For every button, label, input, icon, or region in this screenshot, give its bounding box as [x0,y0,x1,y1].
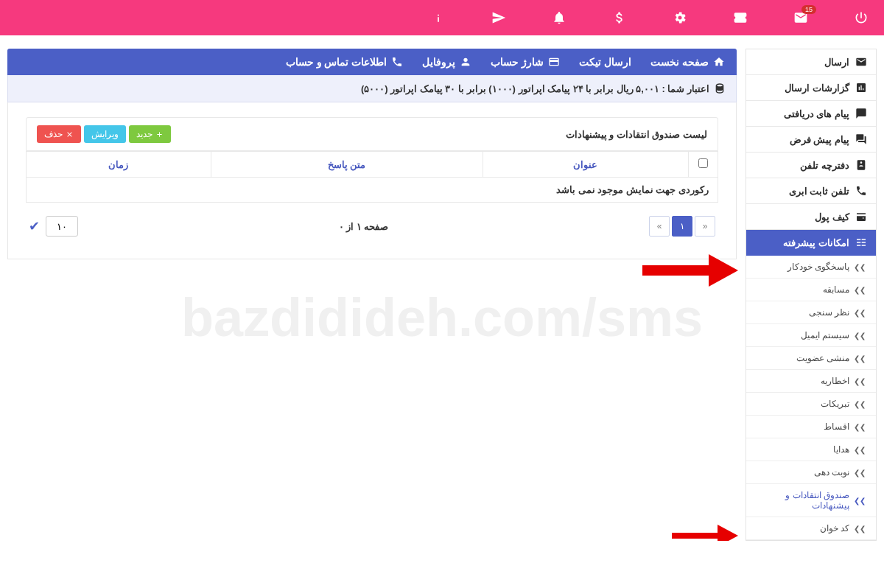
new-button[interactable]: جدید [129,125,171,143]
col-title: عنوان [483,152,688,178]
chevron-icon: ❯❯ [854,400,866,408]
sub-label: اقساط [824,421,849,432]
sidebar-label: پیام پیش فرض [790,134,849,145]
sub-label: کد خوان [820,523,849,533]
sidebar-label: پیام های دریافتی [784,108,849,119]
sidebar-sub-poll[interactable]: ❯❯نظر سنجی [746,301,876,324]
sidebar-item-advanced[interactable]: امکانات پیشرفته [746,230,876,256]
pager: « ۱ » [649,216,715,237]
dollar-icon[interactable] [611,10,628,26]
sidebar-label: امکانات پیشرفته [783,237,849,248]
sidebar-label: دفترچه تلفن [800,160,849,171]
sidebar-sub-secretary[interactable]: ❯❯منشی عضویت [746,347,876,370]
database-icon [714,83,726,94]
nav-profile[interactable]: پروفایل [422,56,471,68]
topbar: 15 [0,0,884,35]
nav-label: اطلاعات تماس و حساب [286,56,387,68]
list-title: لیست صندوق انتقادات و پیشنهادات [566,129,707,140]
chevron-icon: ❯❯ [854,377,866,385]
nav-contact[interactable]: اطلاعات تماس و حساب [286,56,404,68]
pager-prev[interactable]: « [649,216,670,237]
page-size-group: ✔ [29,216,78,237]
sub-label: مسابقه [823,284,849,295]
sidebar-item-send[interactable]: ارسال [746,49,876,75]
nav-label: ارسال تیکت [579,56,631,68]
sidebar-item-cloudphone[interactable]: تلفن ثابت ابری [746,178,876,204]
pager-next[interactable]: » [695,216,715,237]
btn-label: ویرایش [91,129,119,139]
page-info: صفحه ۱ از ۰ [339,221,389,232]
sidebar-item-wallet[interactable]: کیف پول [746,204,876,230]
sidebar-sub-suggestion[interactable]: ❯❯صندوق انتقادات و پیشنهادات [746,484,876,517]
sidebar-sub-gifts[interactable]: ❯❯هدایا [746,438,876,461]
nav-label: پروفایل [422,56,455,68]
chevron-icon: ❯❯ [854,469,866,477]
panel-nav: صفحه نخست ارسال تیکت شارژ حساب پروفایل ا… [7,49,737,75]
col-time: زمان [27,152,211,178]
col-answer: متن پاسخ [211,152,483,178]
plus-icon [155,130,164,139]
sidebar-item-reports[interactable]: گزارشات ارسال [746,75,876,101]
chevron-icon: ❯❯ [854,525,866,533]
btn-label: حذف [44,129,63,139]
gear-icon[interactable] [672,10,688,26]
main-panel: صفحه نخست ارسال تیکت شارژ حساب پروفایل ا… [7,49,737,259]
bell-icon[interactable] [551,10,567,26]
sidebar-sub-notice[interactable]: ❯❯اخطاریه [746,370,876,393]
credit-bar: اعتبار شما : ۵,۰۰۱ ریال برابر با ۲۴ پیام… [7,75,737,102]
chevron-icon: ❯❯ [854,423,866,431]
ticket-icon[interactable] [732,10,748,26]
sidebar-sub-email[interactable]: ❯❯سیستم ایمیل [746,324,876,347]
sidebar-sub-contest[interactable]: ❯❯مسابقه [746,279,876,301]
sidebar-item-inbox[interactable]: پیام های دریافتی [746,101,876,127]
sidebar-sub-queue[interactable]: ❯❯نوبت دهی [746,461,876,484]
sub-label: اخطاریه [821,376,849,386]
data-table: عنوان متن پاسخ زمان رکوردی جهت نمایش موج… [26,151,718,203]
delete-button[interactable]: حذف [37,125,81,143]
sidebar-label: ارسال [824,57,849,68]
sidebar-sub-greeting[interactable]: ❯❯تبریکات [746,393,876,416]
page-size-input[interactable] [46,216,78,237]
sidebar-item-phonebook[interactable]: دفترچه تلفن [746,153,876,178]
pager-row: « ۱ » صفحه ۱ از ۰ ✔ [26,216,718,237]
chevron-icon: ❯❯ [854,497,866,505]
empty-message: رکوردی جهت نمایش موجود نمی باشد [27,178,718,203]
chevron-icon: ❯❯ [854,309,866,317]
nav-ticket[interactable]: ارسال تیکت [579,56,631,68]
close-icon [66,130,74,139]
edit-button[interactable]: ویرایش [84,125,126,143]
chevron-icon: ❯❯ [854,286,866,294]
list-header: لیست صندوق انتقادات و پیشنهادات جدید ویر… [26,117,718,151]
sub-label: صندوق انتقادات و پیشنهادات [752,490,849,511]
sidebar-label: تلفن ثابت ابری [789,186,849,197]
nav-charge[interactable]: شارژ حساب [491,56,560,68]
credit-text: اعتبار شما : ۵,۰۰۱ ریال برابر با ۲۴ پیام… [361,83,709,94]
sidebar-sub-autoresponder[interactable]: ❯❯پاسخگوی خودکار [746,256,876,279]
mail-icon[interactable]: 15 [793,10,809,26]
info-icon[interactable] [430,10,446,26]
sub-label: پاسخگوی خودکار [787,262,849,272]
pager-page-1[interactable]: ۱ [672,216,692,237]
nav-home[interactable]: صفحه نخست [650,56,725,68]
chevron-icon: ❯❯ [854,263,866,271]
sidebar-label: گزارشات ارسال [785,83,849,94]
select-all-checkbox[interactable] [698,158,708,168]
sidebar-sub-installments[interactable]: ❯❯اقساط [746,416,876,438]
nav-label: شارژ حساب [491,56,544,68]
sub-label: سیستم ایمیل [801,330,849,340]
col-checkbox [689,152,718,178]
sidebar-item-default[interactable]: پیام پیش فرض [746,127,876,153]
sidebar-sub-codereader[interactable]: ❯❯کد خوان [746,517,876,540]
sidebar-label: کیف پول [815,211,849,223]
power-icon[interactable] [853,10,869,26]
button-group: جدید ویرایش حذف [37,125,171,143]
content-box: لیست صندوق انتقادات و پیشنهادات جدید ویر… [7,102,737,259]
sub-label: هدایا [833,444,849,455]
sub-label: نوبت دهی [814,467,849,477]
btn-label: جدید [136,129,152,139]
chevron-icon: ❯❯ [854,354,866,363]
send-plane-icon[interactable] [491,10,507,26]
nav-label: صفحه نخست [650,56,709,68]
apply-size-button[interactable]: ✔ [29,218,40,234]
sub-label: منشی عضویت [796,353,849,363]
